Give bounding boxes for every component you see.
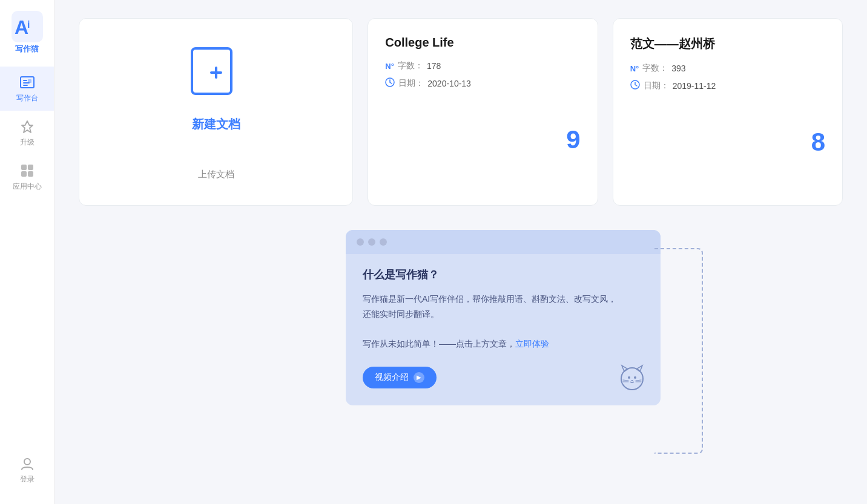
word-count-icon-2: N° <box>630 64 639 73</box>
promo-cta-text: 写作从未如此简单！——点击上方文章，立即体验 <box>363 336 644 352</box>
svg-rect-7 <box>21 171 27 177</box>
svg-rect-6 <box>28 165 33 170</box>
sidebar-item-app-center[interactable]: 应用中心 <box>0 155 54 199</box>
doc1-date-value: 2020-10-13 <box>427 79 471 88</box>
svg-text:i: i <box>27 19 30 30</box>
doc1-card[interactable]: College Life N° 字数： 178 日期： 2020-10-13 9 <box>368 18 598 206</box>
new-doc-icon <box>186 44 246 106</box>
promo-desc-line1: 写作猫是新一代AI写作伴侣，帮你推敲用语、斟酌文法、改写文风， <box>363 294 616 304</box>
logo-area: A i 写作猫 <box>0 0 54 61</box>
svg-rect-10 <box>192 48 231 94</box>
doc1-word-value: 178 <box>427 61 441 71</box>
svg-rect-3 <box>21 77 34 88</box>
svg-rect-5 <box>21 165 27 170</box>
promo-dot-2 <box>368 238 375 246</box>
promo-section: 什么是写作猫？ 写作猫是新一代AI写作伴侣，帮你推敲用语、斟酌文法、改写文风， … <box>79 230 843 424</box>
play-icon: ▶ <box>414 372 424 383</box>
sidebar-item-upgrade[interactable]: 升级 <box>0 111 54 155</box>
promo-wrapper: 什么是写作猫？ 写作猫是新一代AI写作伴侣，帮你推敲用语、斟酌文法、改写文风， … <box>346 230 685 405</box>
upgrade-icon <box>19 118 36 135</box>
promo-body: 什么是写作猫？ 写作猫是新一代AI写作伴侣，帮你推敲用语、斟酌文法、改写文风， … <box>346 254 661 405</box>
date-icon-2 <box>630 80 640 91</box>
svg-point-14 <box>628 376 630 379</box>
doc1-word-label: 字数： <box>398 61 423 71</box>
cards-row: 新建文档 上传文档 College Life N° 字数： 178 日期： 20… <box>79 18 843 206</box>
doc2-date-label: 日期： <box>644 80 669 91</box>
new-doc-card[interactable]: 新建文档 上传文档 <box>79 18 353 206</box>
promo-desc: 写作猫是新一代AI写作伴侣，帮你推敲用语、斟酌文法、改写文风， 还能实时同步翻译… <box>363 292 644 322</box>
date-icon-1 <box>385 77 395 89</box>
writing-desk-label: 写作台 <box>16 93 38 103</box>
doc2-title: 范文——赵州桥 <box>630 36 715 52</box>
promo-btn-label: 视频介绍 <box>375 372 409 383</box>
doc2-word-label: 字数： <box>642 63 668 74</box>
writing-desk-icon <box>19 74 36 91</box>
doc2-word-count: N° 字数： 393 <box>630 63 686 74</box>
svg-rect-4 <box>28 79 31 83</box>
cat-icon <box>617 362 647 392</box>
logo-icon: A i <box>12 11 43 42</box>
promo-box: 什么是写作猫？ 写作猫是新一代AI写作伴侣，帮你推敲用语、斟酌文法、改写文风， … <box>346 230 661 405</box>
sidebar-item-writing-desk[interactable]: 写作台 <box>0 67 54 111</box>
sidebar-item-login[interactable]: 登录 <box>0 448 54 492</box>
nav-bottom: 登录 <box>0 448 54 492</box>
upgrade-label: 升级 <box>20 137 35 148</box>
app-center-label: 应用中心 <box>13 182 42 192</box>
svg-rect-8 <box>28 171 33 177</box>
doc1-date-label: 日期： <box>398 78 424 89</box>
word-count-icon-1: N° <box>385 62 394 71</box>
doc1-date: 日期： 2020-10-13 <box>385 77 471 89</box>
doc2-word-value: 393 <box>671 64 685 73</box>
new-doc-label: 新建文档 <box>192 116 240 133</box>
promo-desc-line2: 还能实时同步翻译。 <box>363 309 439 319</box>
doc2-date-value: 2019-11-12 <box>673 81 716 91</box>
app-center-icon <box>19 162 36 179</box>
svg-point-16 <box>631 380 633 381</box>
doc2-count: 8 <box>811 128 825 157</box>
promo-video-btn[interactable]: 视频介绍 ▶ <box>363 367 437 388</box>
promo-cta-link[interactable]: 立即体验 <box>515 339 549 349</box>
svg-point-15 <box>634 376 636 379</box>
main-content: 新建文档 上传文档 College Life N° 字数： 178 日期： 20… <box>54 0 867 504</box>
doc2-card[interactable]: 范文——赵州桥 N° 字数： 393 日期： 2019-11-12 8 <box>613 18 843 206</box>
doc1-count: 9 <box>566 125 580 154</box>
svg-point-9 <box>24 459 30 465</box>
doc1-word-count: N° 字数： 178 <box>385 61 441 71</box>
login-icon <box>19 455 36 472</box>
upload-doc-label[interactable]: 上传文档 <box>198 169 234 180</box>
promo-titlebar <box>346 230 661 254</box>
promo-title: 什么是写作猫？ <box>363 267 644 282</box>
dashed-decoration <box>654 248 703 454</box>
login-label: 登录 <box>20 474 35 485</box>
sidebar: A i 写作猫 写作台 升级 <box>0 0 54 504</box>
logo-text: 写作猫 <box>15 44 39 54</box>
promo-dot-1 <box>357 238 364 246</box>
doc1-title: College Life <box>385 36 453 50</box>
promo-dot-3 <box>380 238 387 246</box>
doc2-date: 日期： 2019-11-12 <box>630 80 716 91</box>
svg-text:A: A <box>15 16 28 38</box>
promo-cta-static: 写作从未如此简单！——点击上方文章， <box>363 339 515 349</box>
